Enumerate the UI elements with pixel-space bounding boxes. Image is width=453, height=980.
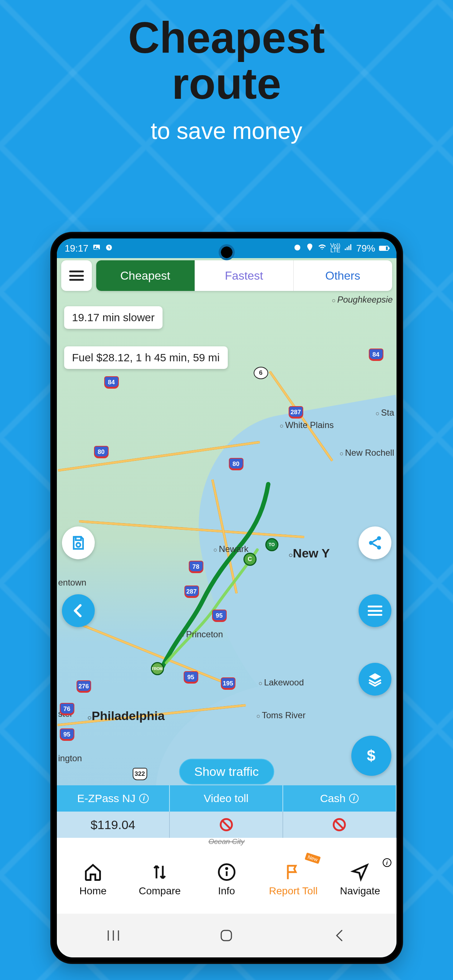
toll-price-cash (283, 811, 396, 838)
home-icon (83, 862, 102, 881)
arrow-left-icon (70, 603, 86, 619)
info-icon[interactable]: i (139, 794, 149, 803)
place-toms-river: Toms River (257, 710, 306, 721)
svg-point-3 (294, 245, 300, 250)
place-princeton: Princeton (181, 629, 223, 640)
place-sta: Sta (376, 407, 394, 418)
show-traffic-button[interactable]: Show traffic (179, 759, 274, 784)
price-button[interactable]: $ (351, 736, 391, 776)
back-button[interactable] (62, 594, 95, 627)
place-lakewood: Lakewood (259, 678, 304, 687)
nav-report-toll[interactable]: New Report Toll (260, 853, 327, 906)
share-icon (367, 535, 383, 551)
shield-78: 78 (189, 561, 203, 573)
menu-button[interactable] (61, 260, 92, 291)
toll-price-video (170, 811, 283, 838)
place-new-rochelle: New Rochell (340, 448, 394, 458)
tab-others[interactable]: Others (294, 260, 392, 291)
shield-287: 287 (184, 585, 199, 598)
info-icon[interactable]: i (383, 858, 391, 867)
lte-icon: Vo))LTE (330, 243, 340, 253)
compare-icon (150, 862, 169, 881)
nav-info[interactable]: Info (193, 853, 260, 906)
hamburger-icon (69, 270, 84, 281)
nav-navigate[interactable]: i Navigate (327, 853, 393, 906)
dollar-icon: $ (367, 747, 375, 765)
battery-percent: 79% (356, 243, 375, 254)
info-icon[interactable]: i (349, 794, 359, 803)
svg-point-6 (377, 536, 381, 540)
shield-95: 95 (60, 729, 74, 741)
toll-header-ezpass[interactable]: E-ZPass NJ i (57, 785, 170, 811)
shield-287: 287 (289, 406, 303, 418)
svg-point-7 (369, 541, 373, 545)
flag-icon (284, 862, 303, 881)
place-poughkeepsie: Poughkeepsie (332, 294, 393, 305)
hero-title: Cheapest route (0, 14, 453, 107)
battery-icon (379, 246, 388, 251)
sys-home[interactable] (215, 928, 237, 943)
svg-point-5 (76, 543, 80, 547)
shield-95: 95 (212, 609, 227, 622)
place-white-plains: White Plains (280, 420, 334, 430)
marker-c[interactable]: C (243, 553, 257, 566)
status-time: 19:17 (65, 243, 89, 254)
share-button[interactable] (359, 527, 391, 559)
shield-84: 84 (104, 376, 119, 389)
shield-84: 84 (369, 348, 383, 361)
save-button[interactable] (62, 527, 95, 559)
place-new-york: ○New Y (289, 546, 330, 560)
toll-header-video[interactable]: Video toll (170, 785, 283, 811)
shield-6: 6 (254, 367, 268, 379)
hero-subtitle: to save money (0, 118, 453, 145)
phone-mockup: 19:17 Vo))LTE 79% (52, 233, 402, 963)
toll-price-ezpass: $119.04 (57, 811, 170, 838)
hamburger-icon (368, 606, 382, 616)
layers-button[interactable] (359, 663, 391, 695)
new-badge: New (305, 853, 321, 864)
nav-home[interactable]: Home (60, 853, 126, 906)
svg-point-8 (377, 546, 381, 549)
shield-76: 76 (60, 703, 74, 715)
save-icon (70, 535, 86, 551)
sys-back[interactable] (329, 928, 351, 943)
tab-fastest[interactable]: Fastest (195, 260, 294, 291)
place-ington: ington (58, 753, 82, 764)
shield-80: 80 (94, 446, 109, 458)
nav-compare[interactable]: Compare (126, 853, 193, 906)
chip-slower: 19.17 min slower (64, 306, 163, 329)
shield-195: 195 (221, 678, 235, 690)
gallery-icon (92, 243, 101, 254)
tab-cheapest[interactable]: Cheapest (96, 260, 195, 291)
location-icon (305, 243, 314, 254)
bottom-nav: Home Compare Info New Report Toll i Navi… (57, 848, 396, 914)
camera-notch (221, 247, 232, 258)
chip-summary: Fuel $28.12, 1 h 45 min, 59 mi (64, 346, 228, 369)
marker-from[interactable]: FROM (151, 662, 164, 675)
shield-276: 276 (76, 680, 91, 693)
wifi-icon (318, 243, 327, 254)
alarm-icon (105, 243, 113, 254)
system-nav-bar (57, 914, 396, 958)
options-button[interactable] (359, 594, 391, 627)
shield-322: 322 (133, 768, 147, 780)
navigate-icon (351, 862, 370, 881)
place-philadelphia: ○Philadelphia (87, 709, 165, 723)
phone-screen: 19:17 Vo))LTE 79% (57, 239, 396, 958)
unavailable-icon (330, 816, 349, 834)
layers-icon (367, 671, 383, 687)
place-entown: entown (58, 578, 86, 588)
svg-rect-4 (75, 537, 81, 540)
sys-recents[interactable] (102, 928, 124, 943)
shield-80: 80 (229, 458, 243, 470)
hero: Cheapest route to save money (0, 0, 453, 145)
info-icon (217, 862, 236, 881)
toll-table: E-ZPass NJ i Video toll Cash i $119.04 (57, 785, 396, 838)
svg-point-11 (226, 868, 227, 869)
svg-rect-15 (221, 931, 231, 940)
marker-to[interactable]: TO (265, 538, 278, 551)
route-tabs: Cheapest Fastest Others (96, 260, 392, 291)
shield-95: 95 (184, 671, 198, 684)
place-newark: Newark (213, 544, 248, 554)
toll-header-cash[interactable]: Cash i (283, 785, 396, 811)
